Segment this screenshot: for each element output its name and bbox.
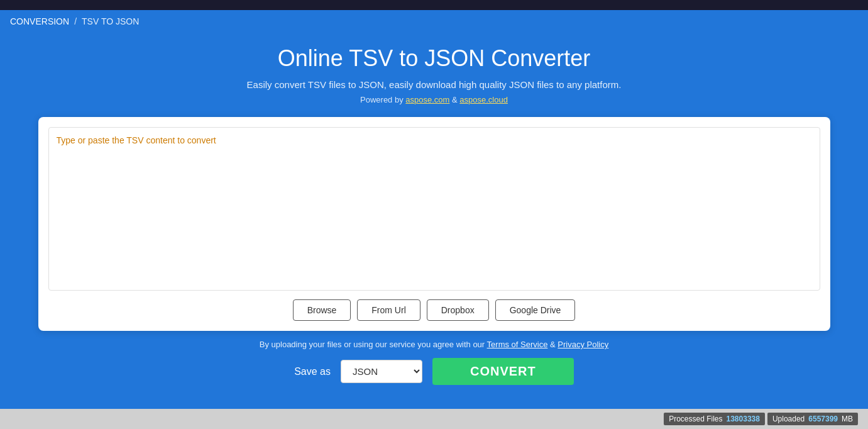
convert-button[interactable]: CONVERT [432,358,574,385]
page-title: Online TSV to JSON Converter [278,45,591,72]
breadcrumb: CONVERSION / TSV TO JSON [0,10,868,33]
uploaded-unit: MB [842,415,853,423]
convert-row: Save as JSON XML CSV XLS XLSX CONVERT [294,358,574,385]
powered-by-and: & [452,95,459,104]
terms-prefix: By uploading your files or using our ser… [260,340,485,349]
terms-and: & [550,340,558,349]
processed-files-value: 13803338 [727,415,760,423]
footer-stats: Processed Files 13803338 Uploaded 655739… [0,409,868,429]
processed-files-badge: Processed Files 13803338 [664,413,765,425]
processed-files-label: Processed Files [669,415,722,423]
uploaded-label: Uploaded [772,415,805,423]
from-url-button[interactable]: From Url [357,299,420,321]
file-button-row: Browse From Url Dropbox Google Drive [48,299,820,321]
dropbox-button[interactable]: Dropbox [427,299,489,321]
main-content: Online TSV to JSON Converter Easily conv… [0,33,868,409]
terms-row: By uploading your files or using our ser… [260,340,608,349]
tos-link[interactable]: Terms of Service [487,340,548,349]
page-subtitle: Easily convert TSV files to JSON, easily… [247,79,622,90]
privacy-link[interactable]: Privacy Policy [558,340,608,349]
powered-by: Powered by aspose.com & aspose.cloud [360,95,508,104]
upload-card: Browse From Url Dropbox Google Drive [38,117,830,331]
powered-by-prefix: Powered by [360,95,404,104]
breadcrumb-home[interactable]: CONVERSION [10,16,69,26]
tsv-input[interactable] [57,135,812,282]
format-select[interactable]: JSON XML CSV XLS XLSX [341,360,422,383]
uploaded-badge: Uploaded 6557399 MB [767,413,858,425]
aspose-cloud-link[interactable]: aspose.cloud [459,95,508,104]
save-as-label: Save as [294,366,331,377]
breadcrumb-separator: / [74,16,77,26]
google-drive-button[interactable]: Google Drive [495,299,576,321]
browse-button[interactable]: Browse [293,299,351,321]
uploaded-value: 6557399 [808,415,838,423]
textarea-container [48,127,820,291]
top-bar [0,0,868,10]
aspose-com-link[interactable]: aspose.com [405,95,449,104]
breadcrumb-current: TSV TO JSON [82,16,139,26]
